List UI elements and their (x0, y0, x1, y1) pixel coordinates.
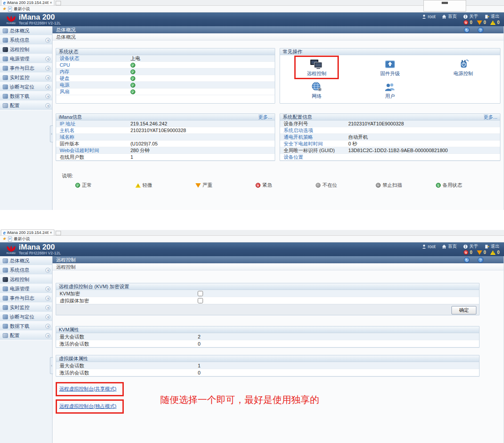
about-link[interactable]: 关于 (463, 13, 478, 20)
sidebar-item[interactable]: 电源管理 (0, 54, 52, 64)
minor-alarm-count[interactable]: 0 (490, 250, 500, 255)
row-label[interactable]: 安全下电超时时间 (280, 141, 348, 147)
sidebar-item[interactable]: 远程控制 (0, 275, 52, 284)
sidebar-item[interactable]: 配置 (0, 331, 52, 340)
major-alarm-count[interactable]: 0 (477, 250, 486, 255)
browser-tab[interactable]: iMana 200 219.154.246.2... × (1, 0, 54, 5)
chevron-down-icon[interactable] (45, 314, 50, 319)
sidebar-item[interactable]: 配置 (0, 101, 52, 110)
sidebar-item-label: 电源管理 (10, 286, 44, 292)
refresh-icon[interactable] (464, 27, 470, 33)
row-label[interactable]: 域名称 (56, 134, 130, 140)
alarm-summary: 0 0 0 (463, 20, 500, 25)
row-value: (U1029)7.05 (130, 141, 275, 147)
row-label[interactable]: 全局唯一标识符 (GUID) (280, 147, 348, 153)
browser-window-overview: iMana 200 219.154.246.2... × 最新小说 HUAWEI… (0, 0, 504, 210)
sidebar-item[interactable]: 实时监控 (0, 73, 52, 82)
sidebar-item[interactable]: 系统信息 (0, 266, 52, 275)
sidebar-item[interactable]: 诊断与定位 (0, 82, 52, 92)
sidebar-item-label: 数据下载 (10, 323, 44, 330)
chevron-down-icon[interactable] (45, 94, 50, 99)
op-remote-control[interactable]: 远程控制 (280, 59, 354, 77)
home-link[interactable]: 首页 (442, 243, 457, 250)
row-label[interactable]: 设备位置 (280, 154, 348, 160)
chevron-down-icon[interactable] (45, 56, 50, 61)
critical-alarm-count[interactable]: 0 (463, 20, 472, 25)
sidebar-item[interactable]: 事件与日志 (0, 294, 52, 303)
favorites-star-icon[interactable] (2, 7, 6, 11)
sidebar-item[interactable]: 实时监控 (0, 303, 52, 312)
refresh-icon[interactable] (464, 257, 470, 263)
op-users[interactable]: 用户 (354, 81, 427, 100)
row-label[interactable]: 硬盘 (56, 75, 130, 81)
favorite-link[interactable]: 最新小说 (14, 236, 30, 242)
critical-alarm-count[interactable]: 0 (463, 250, 472, 255)
ok-button[interactable]: 确定 (451, 306, 476, 314)
kvm-shared-mode-link[interactable]: 远程虚拟控制台(共享模式) (59, 386, 116, 391)
sidebar-item[interactable]: 系统信息 (0, 36, 52, 45)
more-link[interactable]: 更多... (258, 114, 272, 120)
sidebar-item[interactable]: 诊断与定位 (0, 312, 52, 322)
encryption-checkbox[interactable] (198, 291, 203, 296)
row-label[interactable]: 在线用户数 (56, 154, 130, 160)
new-tab-button[interactable] (56, 231, 61, 235)
sidebar-item[interactable]: 事件与日志 (0, 64, 52, 73)
row-label[interactable]: 风扇 (56, 89, 130, 95)
user-menu[interactable]: root (422, 14, 435, 19)
help-icon[interactable] (478, 257, 484, 263)
sidebar-item[interactable]: 总体概况 (0, 256, 52, 266)
chevron-down-icon[interactable] (45, 103, 50, 108)
tab-close-button[interactable]: × (50, 230, 52, 235)
row-label[interactable]: 设备序列号 (280, 121, 348, 127)
op-network[interactable]: 网络 (280, 81, 354, 100)
row-label[interactable]: 设备状态 (56, 55, 130, 61)
op-power-control[interactable]: 电源控制 (427, 59, 500, 77)
logout-link[interactable]: 退出 (484, 13, 500, 20)
tab-close-button[interactable]: × (50, 0, 52, 5)
favorites-star-icon[interactable] (2, 237, 6, 241)
row-label[interactable]: 主机名 (56, 127, 130, 133)
more-link[interactable]: 更多... (484, 114, 497, 120)
sidebar-item[interactable]: 远程控制 (0, 45, 52, 54)
chevron-down-icon[interactable] (45, 305, 50, 310)
chevron-down-icon[interactable] (45, 75, 50, 80)
home-link[interactable]: 首页 (442, 13, 457, 20)
row-label[interactable]: 电源 (56, 82, 130, 88)
chevron-down-icon[interactable] (45, 85, 50, 89)
minor-alarm-count[interactable]: 0 (490, 20, 500, 25)
row-label[interactable]: 内存 (56, 68, 130, 75)
chevron-down-icon[interactable] (45, 324, 50, 329)
sidebar-item[interactable]: 数据下载 (0, 322, 52, 331)
major-alarm-count[interactable]: 0 (477, 20, 486, 25)
browser-tab[interactable]: iMana 200 219.154.246.2... × (1, 230, 54, 235)
sidebar-collapse-handle[interactable] (50, 357, 53, 374)
sidebar-item[interactable]: 电源管理 (0, 284, 52, 294)
chevron-down-icon[interactable] (45, 296, 50, 301)
logout-link[interactable]: 退出 (484, 243, 500, 250)
sidebar-item[interactable]: 总体概况 (0, 26, 52, 36)
chevron-down-icon[interactable] (45, 286, 50, 291)
row-label[interactable]: 通电开机策略 (280, 134, 348, 140)
row-label[interactable]: CPU (56, 62, 130, 68)
new-tab-button[interactable] (56, 1, 61, 5)
user-menu[interactable]: root (422, 244, 435, 249)
favorite-link[interactable]: 最新小说 (14, 6, 30, 12)
help-icon[interactable] (478, 27, 484, 33)
row-label[interactable]: Web会话超时时间 (56, 147, 130, 153)
row-label[interactable]: 系统启动选项 (280, 127, 348, 133)
panel-title: 常见操作 (283, 48, 302, 55)
sidebar-item[interactable]: 数据下载 (0, 92, 52, 101)
about-link[interactable]: 关于 (463, 243, 478, 250)
chevron-down-icon[interactable] (45, 38, 50, 43)
row-label[interactable]: 固件版本 (56, 141, 130, 147)
sidebar-collapse-handle[interactable] (50, 125, 53, 142)
kvm-exclusive-mode-link[interactable]: 远程虚拟控制台(独占模式) (59, 403, 116, 409)
row-label[interactable]: IP 地址 (56, 121, 130, 127)
legend-label: 说明: (62, 173, 500, 179)
chevron-down-icon[interactable] (45, 333, 50, 338)
op-firmware-upgrade[interactable]: 固件升级 (354, 59, 427, 77)
chevron-down-icon[interactable] (45, 268, 50, 273)
table-row: 全局唯一标识符 (GUID) 13D81C2C-1DD2-11B2-9AEB-0… (280, 147, 500, 154)
encryption-checkbox[interactable] (198, 298, 203, 303)
chevron-down-icon[interactable] (45, 66, 50, 71)
